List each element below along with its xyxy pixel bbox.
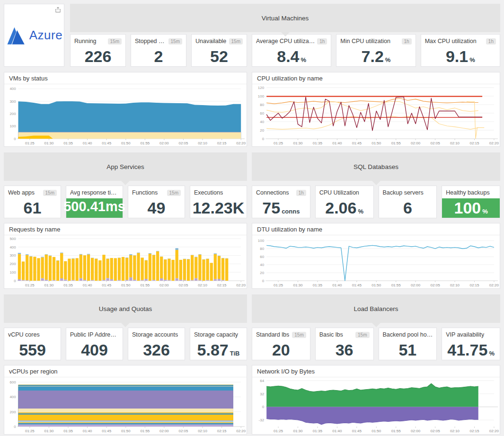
cpu-utilization-chart[interactable]: 02040608010012001:2501:3001:3501:4001:45…	[252, 84, 500, 146]
stat-tile-standard-lbs[interactable]: Standard lbs15m 20	[252, 328, 310, 360]
svg-text:01:55: 01:55	[140, 283, 150, 287]
svg-text:32: 32	[260, 392, 264, 396]
banner-notch	[121, 181, 130, 185]
stat-unit: %	[489, 350, 495, 357]
stat-tile-running[interactable]: Running15m 226	[70, 34, 126, 67]
svg-text:120: 120	[258, 86, 265, 90]
svg-text:02:10: 02:10	[450, 429, 460, 433]
vms-by-status-chart[interactable]: 010020030040001:2501:3001:3501:4001:4501…	[4, 84, 247, 146]
svg-text:01:35: 01:35	[313, 283, 323, 287]
stat-tile-avg-response-time[interactable]: Avg response time 500.41ms	[66, 186, 123, 218]
stat-tile-stopped-deallocated[interactable]: Stopped Deall...15m 2	[131, 34, 186, 67]
stat-label: Public IP Addresses	[70, 331, 119, 338]
stat-tile-basic-lbs[interactable]: Basic lbs15m 36	[315, 328, 374, 360]
stat-label: Min CPU utilization	[340, 38, 390, 44]
group-banner-usage-quotas[interactable]: Usage and Quotas	[4, 294, 247, 323]
stat-tile-public-ip-addresses[interactable]: Public IP Addresses 409	[66, 328, 123, 360]
stat-tile-healthy-backups[interactable]: Healthy backups 100%	[442, 186, 500, 218]
group-banner-sql-databases[interactable]: SQL Databases	[252, 152, 500, 181]
svg-text:02:15: 02:15	[469, 429, 479, 433]
svg-text:100: 100	[258, 239, 265, 243]
svg-text:01:25: 01:25	[274, 429, 283, 433]
svg-text:01:50: 01:50	[121, 283, 131, 287]
stat-label: VIP availability	[446, 331, 484, 338]
stat-label: Web apps	[8, 189, 35, 196]
requests-by-name-chart[interactable]: 010020030040050001:2501:3001:3501:4001:4…	[4, 235, 247, 288]
stat-tile-average-cpu[interactable]: Average CPU utilization1h 8.4%	[252, 34, 331, 67]
stat-label: Functions	[132, 189, 158, 196]
chart-title: VMs by status	[4, 72, 247, 84]
stat-tile-backup-servers[interactable]: Backup servers 6	[379, 186, 437, 218]
stat-tile-web-apps[interactable]: Web apps15m 61	[4, 186, 61, 218]
chart-tile-requests-by-name[interactable]: Requests by name 010020030040050001:2501…	[4, 223, 247, 289]
svg-text:02:15: 02:15	[469, 141, 479, 145]
group-title: Usage and Quotas	[99, 305, 152, 312]
timeframe-badge: 1h	[486, 38, 496, 44]
stat-label: Avg response time	[70, 189, 119, 196]
stat-label: Unavailable	[195, 38, 226, 44]
group-banner-load-balancers[interactable]: Load Balancers	[252, 294, 500, 323]
svg-text:0: 0	[14, 279, 16, 283]
svg-text:01:30: 01:30	[44, 429, 54, 433]
dtu-utilization-chart[interactable]: 02040608010001:2501:3001:3501:4001:4501:…	[252, 235, 500, 288]
stat-tile-executions[interactable]: Executions 12.23K	[190, 186, 247, 218]
svg-text:01:40: 01:40	[332, 429, 342, 433]
group-banner-virtual-machines[interactable]: Virtual Machines	[70, 4, 500, 32]
svg-text:02:05: 02:05	[179, 429, 188, 433]
stat-label: Standard lbs	[256, 331, 289, 338]
stat-label: Executions	[194, 189, 223, 196]
network-io-chart[interactable]: -320326401:2501:3001:3501:4001:4501:5001…	[252, 377, 500, 434]
svg-text:60: 60	[260, 255, 264, 259]
svg-text:0: 0	[262, 279, 265, 283]
stat-tile-max-cpu[interactable]: Max CPU utilization1h 9.1%	[421, 34, 500, 67]
stat-tile-storage-capacity[interactable]: Storage capacity 5.87TiB	[190, 328, 247, 360]
stat-tile-vcpu-cores[interactable]: vCPU cores 559	[4, 328, 61, 360]
svg-text:200: 200	[9, 112, 16, 116]
svg-text:02:10: 02:10	[198, 283, 207, 287]
vcpus-per-region-chart[interactable]: 020040060001:2501:3001:3501:4001:4501:50…	[4, 377, 247, 434]
stat-value: 9.1	[446, 47, 468, 66]
stat-value: 500.41ms	[63, 199, 125, 214]
svg-text:500: 500	[9, 237, 16, 241]
banner-notch	[121, 323, 130, 327]
svg-text:01:30: 01:30	[44, 141, 54, 145]
chart-tile-network-io[interactable]: Network I/O by Bytes -320326401:2501:300…	[252, 365, 500, 435]
svg-text:01:50: 01:50	[371, 283, 381, 287]
svg-text:-32: -32	[259, 418, 265, 422]
group-banner-app-services[interactable]: App Services	[4, 152, 247, 181]
svg-text:02:20: 02:20	[236, 429, 246, 433]
stat-value: 49	[148, 199, 166, 217]
stat-tile-vip-availability[interactable]: VIP availability 41.75%	[442, 328, 500, 360]
timeframe-badge: 1h	[402, 38, 412, 44]
chart-tile-cpu-utilization[interactable]: CPU utilization by name 0204060801001200…	[252, 72, 500, 147]
timeframe-badge: 15m	[108, 38, 122, 44]
stat-value: 559	[19, 341, 46, 359]
svg-text:100: 100	[9, 124, 16, 128]
stat-label: Running	[74, 38, 97, 44]
stat-tile-storage-accounts[interactable]: Storage accounts 326	[128, 328, 185, 360]
stat-tile-backend-pool-host-count[interactable]: Backend pool host count 51	[379, 328, 437, 360]
stat-tile-functions[interactable]: Functions15m 49	[128, 186, 185, 218]
stat-tile-min-cpu[interactable]: Min CPU utilization1h 7.2%	[336, 34, 416, 67]
timeframe-badge: 15m	[168, 38, 182, 44]
svg-text:02:20: 02:20	[236, 141, 246, 145]
stat-value: 20	[272, 341, 290, 359]
stat-value: 41.75	[447, 341, 487, 359]
svg-text:600: 600	[9, 380, 16, 384]
svg-text:0: 0	[262, 405, 265, 409]
stat-label: Healthy backups	[446, 189, 489, 196]
stat-tile-unavailable[interactable]: Unavailable15m 52	[191, 34, 247, 67]
svg-text:02:05: 02:05	[431, 429, 441, 433]
stat-unit: %	[358, 208, 363, 215]
stat-value: 12.23K	[193, 199, 245, 217]
svg-text:80: 80	[260, 247, 264, 251]
svg-text:01:40: 01:40	[83, 429, 92, 433]
stat-value: 226	[85, 47, 112, 66]
stat-tile-connections[interactable]: Connections1h 75conns	[252, 186, 310, 218]
share-icon[interactable]	[55, 7, 61, 13]
svg-text:01:40: 01:40	[83, 141, 92, 145]
chart-tile-vms-by-status[interactable]: VMs by status 010020030040001:2501:3001:…	[4, 72, 247, 147]
chart-tile-dtu-utilization[interactable]: DTU utilization by name 02040608010001:2…	[252, 223, 500, 289]
chart-tile-vcpus-per-region[interactable]: vCPUs per region 020040060001:2501:3001:…	[4, 365, 247, 435]
stat-tile-sql-cpu-utilization[interactable]: CPU Utilization 2.06%	[315, 186, 374, 218]
